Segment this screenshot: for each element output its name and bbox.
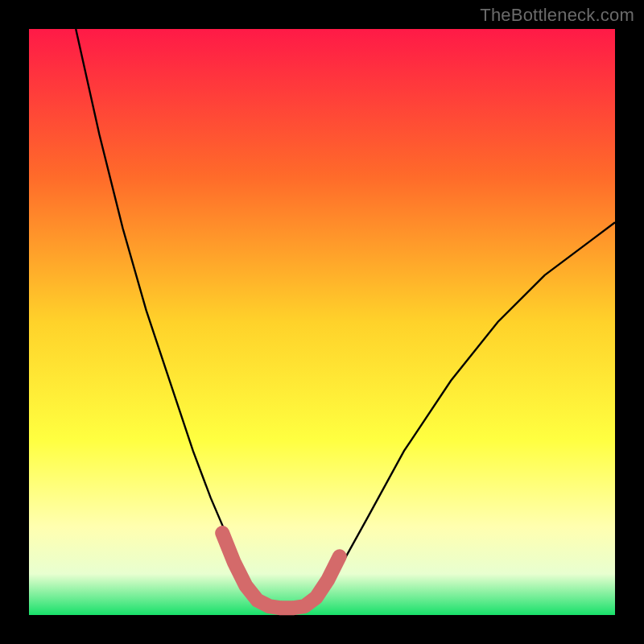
chart-canvas: TheBottleneck.com xyxy=(0,0,644,644)
attribution-label: TheBottleneck.com xyxy=(480,5,634,26)
plot-area xyxy=(29,29,615,615)
chart-svg xyxy=(0,0,644,644)
